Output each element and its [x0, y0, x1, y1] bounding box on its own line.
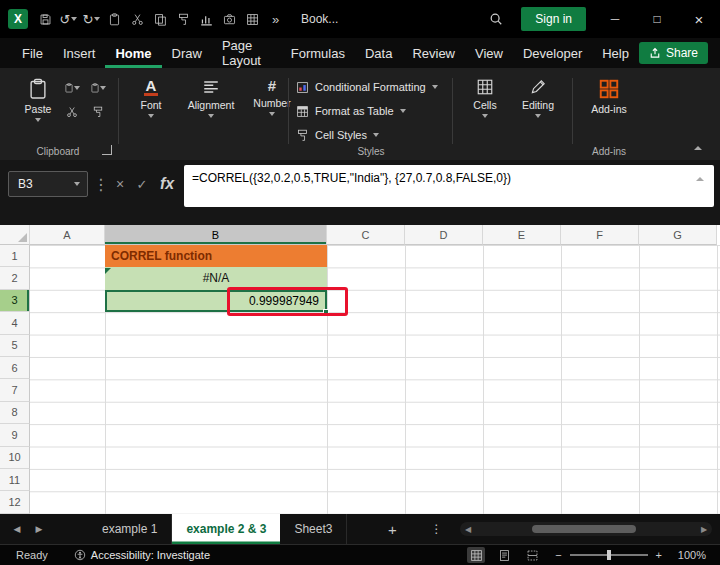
group-divider — [452, 78, 453, 144]
cut-icon[interactable] — [126, 7, 149, 31]
redo-icon[interactable]: ↻ — [80, 7, 103, 31]
clipboard-pane-icon[interactable] — [90, 80, 106, 96]
scroll-left-icon[interactable]: ◀ — [460, 525, 476, 534]
clipboard-group-label: Clipboard — [10, 146, 106, 157]
sign-in-button[interactable]: Sign in — [521, 7, 586, 31]
minimize-button[interactable]: ─ — [594, 0, 636, 38]
maximize-button[interactable]: □ — [636, 0, 678, 38]
column-header-b[interactable]: B — [105, 225, 327, 245]
format-painter-icon[interactable] — [172, 7, 195, 31]
column-header-e[interactable]: E — [483, 225, 561, 245]
cells-area[interactable]: CORREL function #N/A 0.999987949 — [30, 245, 720, 514]
format-painter-icon[interactable] — [90, 104, 106, 120]
horizontal-scrollbar[interactable]: ◀ ▶ — [460, 522, 712, 536]
row-header-4[interactable]: 4 — [0, 312, 30, 334]
row-header-8[interactable]: 8 — [0, 402, 30, 424]
formula-input[interactable]: =CORREL({32,0.2,0.5,TRUE,"India"}, {27,0… — [184, 165, 714, 207]
tab-review[interactable]: Review — [402, 38, 465, 68]
share-button[interactable]: Share — [639, 42, 708, 64]
page-layout-view-icon[interactable] — [495, 547, 513, 563]
zoom-in-icon[interactable]: + — [656, 549, 662, 561]
row-header-11[interactable]: 11 — [0, 469, 30, 491]
save-icon[interactable] — [34, 7, 57, 31]
conditional-formatting-button[interactable]: Conditional Formatting — [296, 77, 438, 97]
paste-button[interactable]: Paste — [16, 78, 60, 122]
zoom-level[interactable]: 100% — [674, 549, 706, 561]
number-group-button[interactable]: # Number — [246, 78, 298, 116]
column-header-a[interactable]: A — [30, 225, 105, 245]
sheet-tab-example2and3[interactable]: example 2 & 3 — [172, 514, 280, 544]
tab-formulas[interactable]: Formulas — [281, 38, 355, 68]
tab-file[interactable]: File — [12, 38, 53, 68]
format-as-table-button[interactable]: Format as Table — [296, 101, 406, 121]
accessibility-status[interactable]: Accessibility: Investigate — [74, 549, 210, 561]
tab-page-layout[interactable]: Page Layout — [212, 38, 281, 68]
font-group-button[interactable]: A Font — [126, 78, 176, 118]
more-commands-icon[interactable]: » — [264, 7, 287, 31]
row-header-10[interactable]: 10 — [0, 447, 30, 469]
name-box[interactable]: B3 — [8, 171, 88, 197]
clipboard-dialog-launcher-icon[interactable] — [102, 145, 112, 155]
row-header-7[interactable]: 7 — [0, 379, 30, 401]
scrollbar-thumb[interactable] — [532, 525, 636, 533]
collapse-ribbon-icon[interactable] — [694, 146, 702, 150]
column-headers: A B C D E F G — [0, 225, 717, 245]
addins-button[interactable]: Add-ins — [582, 78, 636, 115]
tab-home[interactable]: Home — [105, 38, 161, 68]
row-header-12[interactable]: 12 — [0, 491, 30, 513]
close-button[interactable]: × — [678, 0, 720, 38]
row-header-1[interactable]: 1 — [0, 245, 30, 267]
chart-icon[interactable] — [195, 7, 218, 31]
tab-insert[interactable]: Insert — [53, 38, 106, 68]
copy-icon[interactable] — [149, 7, 172, 31]
camera-icon[interactable] — [218, 7, 241, 31]
zoom-slider-thumb[interactable] — [607, 550, 611, 560]
cells-group-button[interactable]: Cells — [462, 78, 508, 118]
column-header-f[interactable]: F — [561, 225, 639, 245]
page-break-preview-icon[interactable] — [523, 547, 541, 563]
editing-group-button[interactable]: Editing — [512, 78, 564, 118]
tab-help[interactable]: Help — [592, 38, 639, 68]
column-header-d[interactable]: D — [405, 225, 483, 245]
row-header-2[interactable]: 2 — [0, 267, 30, 289]
tab-data[interactable]: Data — [355, 38, 402, 68]
sheet-tab-example1[interactable]: example 1 — [88, 514, 172, 544]
search-icon[interactable] — [481, 7, 511, 31]
insert-function-icon[interactable]: fx — [156, 171, 178, 197]
worksheet-grid: A B C D E F G 1 2 3 4 5 6 7 8 9 10 11 12… — [0, 225, 720, 514]
row-header-5[interactable]: 5 — [0, 335, 30, 357]
scroll-right-icon[interactable]: ▶ — [696, 525, 712, 534]
cancel-icon[interactable]: × — [110, 171, 130, 197]
zoom-out-icon[interactable]: − — [555, 549, 561, 561]
paste-special-icon[interactable] — [64, 80, 80, 96]
tab-view[interactable]: View — [465, 38, 513, 68]
row-header-9[interactable]: 9 — [0, 424, 30, 446]
sheet-tab-sheet3[interactable]: Sheet3 — [280, 514, 347, 544]
normal-view-icon[interactable] — [467, 547, 485, 563]
enter-icon[interactable]: ✓ — [132, 171, 152, 197]
formula-bar: B3 ⋮ × ✓ fx =CORREL({32,0.2,0.5,TRUE,"In… — [0, 160, 720, 225]
undo-icon[interactable]: ↺ — [57, 7, 80, 31]
cell-b1[interactable]: CORREL function — [105, 245, 327, 267]
next-sheet-icon[interactable]: ▶ — [28, 514, 50, 544]
table-icon[interactable] — [241, 7, 264, 31]
cell-styles-button[interactable]: Cell Styles — [296, 125, 379, 145]
row-header-3[interactable]: 3 — [0, 290, 30, 312]
tab-draw[interactable]: Draw — [162, 38, 212, 68]
tab-spacer — [50, 514, 88, 544]
column-header-g[interactable]: G — [639, 225, 717, 245]
row-header-6[interactable]: 6 — [0, 357, 30, 379]
zoom-slider[interactable] — [570, 554, 648, 556]
select-all-corner[interactable] — [0, 225, 30, 245]
alignment-group-button[interactable]: Alignment — [180, 78, 242, 118]
new-sheet-button[interactable]: + — [377, 514, 407, 544]
all-sheets-button[interactable]: ⋮ — [423, 514, 449, 544]
cut-icon[interactable] — [64, 104, 80, 120]
excel-app-icon[interactable]: X — [8, 9, 28, 29]
tab-developer[interactable]: Developer — [513, 38, 592, 68]
column-header-c[interactable]: C — [327, 225, 405, 245]
collapse-formula-bar-icon[interactable] — [696, 177, 704, 181]
paste-qat-icon[interactable] — [103, 7, 126, 31]
scrollbar-track[interactable] — [476, 522, 696, 536]
previous-sheet-icon[interactable]: ◀ — [6, 514, 28, 544]
